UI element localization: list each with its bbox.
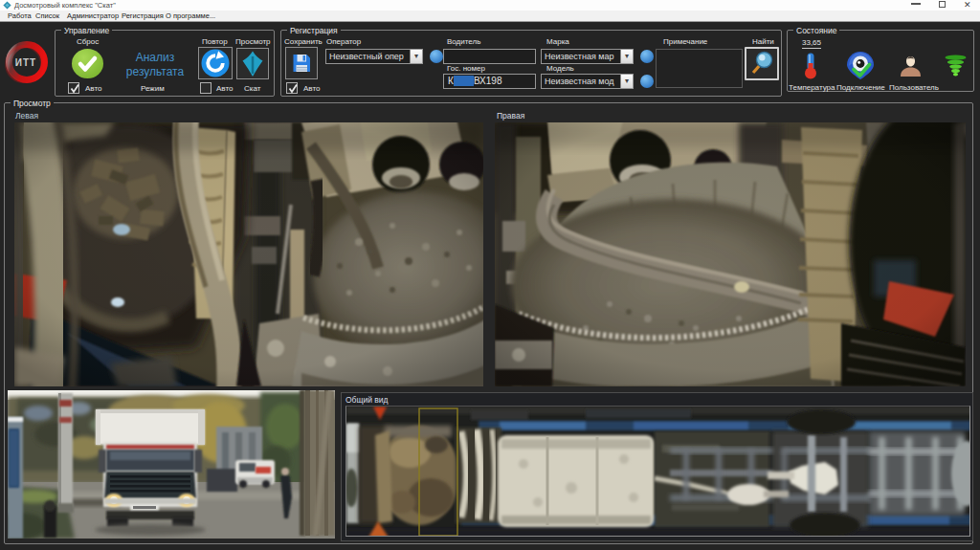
svg-text:ИТТ: ИТТ (15, 57, 36, 68)
